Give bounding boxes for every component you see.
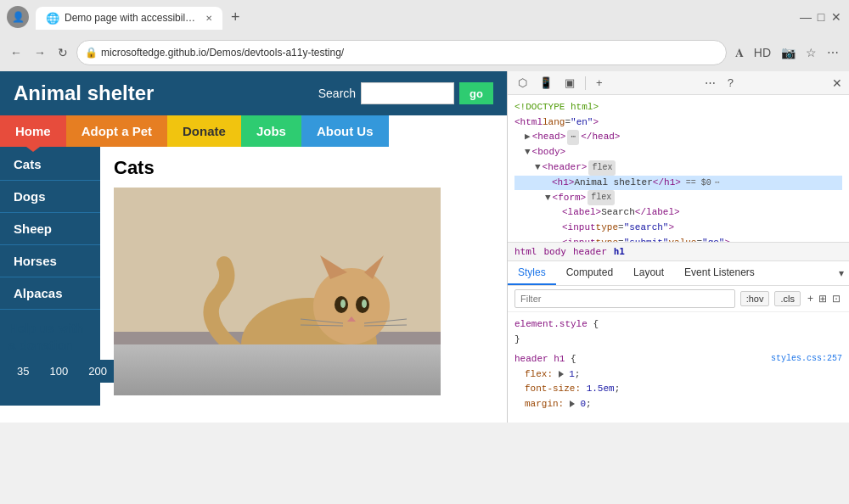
shelter-title: Animal shelter	[14, 81, 154, 105]
address-input[interactable]	[76, 40, 727, 65]
tab-styles[interactable]: Styles	[508, 261, 556, 285]
nav-donate[interactable]: Donate	[167, 115, 241, 147]
breadcrumb-body[interactable]: body	[544, 246, 567, 257]
close-button[interactable]: ✕	[830, 11, 842, 23]
page-title: Cats	[114, 157, 493, 179]
devtools-close-button[interactable]: ✕	[832, 76, 842, 90]
search-label: Search	[318, 87, 356, 100]
element-style-rule: element.style { }	[514, 317, 842, 347]
flex-prop: flex: 1;	[514, 367, 842, 383]
content-area: Cats Dogs Sheep Horses Alpacas Help us w…	[0, 147, 507, 406]
help-button[interactable]: ?	[724, 75, 737, 91]
tree-header[interactable]: ▼ <header> flex	[514, 160, 842, 176]
styles-content: element.style { } header h1 { styles.css…	[508, 312, 849, 423]
main-content: Cats	[100, 147, 507, 406]
tree-h1[interactable]: <h1>Animal shelter</h1> == $0 ⋯	[514, 176, 842, 191]
cls-filter-button[interactable]: .cls	[774, 291, 801, 306]
margin-expand[interactable]	[570, 400, 575, 407]
tree-label[interactable]: <label>Search</label>	[514, 205, 842, 221]
new-tab-button[interactable]: +	[224, 5, 247, 30]
devtools-toolbar: ⬡ 📱 ▣ + ⋯ ? ✕	[508, 71, 849, 95]
website-content: Animal shelter Search go Home Adopt a Pe…	[0, 71, 507, 423]
tab-computed[interactable]: Computed	[556, 261, 623, 285]
screenshot-button[interactable]: 📷	[778, 42, 799, 63]
sidebar-toggle[interactable]: ▣	[561, 75, 578, 91]
flex-expand[interactable]	[559, 371, 564, 378]
header-h1-selector: header h1 { styles.css:257	[514, 352, 842, 367]
inspect-button[interactable]: ⬡	[514, 75, 531, 91]
styles-link[interactable]: styles.css:257	[771, 352, 842, 366]
add-panel-button[interactable]: +	[593, 75, 606, 91]
active-tab[interactable]: 🌐 Demo page with accessibility issu ✕	[36, 7, 222, 30]
forward-button[interactable]: →	[31, 42, 49, 63]
svg-point-9	[362, 300, 367, 308]
add-style-rule-button[interactable]: +	[806, 291, 815, 306]
svg-point-8	[340, 300, 346, 308]
tab-title: Demo page with accessibility issu	[65, 12, 197, 24]
donation-100[interactable]: 100	[41, 360, 76, 383]
nav-about[interactable]: About Us	[301, 115, 389, 147]
title-bar: 👤 🌐 Demo page with accessibility issu ✕ …	[0, 0, 849, 34]
minimize-button[interactable]: —	[800, 11, 812, 23]
search-button[interactable]: go	[459, 82, 493, 104]
sidebar-item-horses[interactable]: Horses	[0, 245, 100, 277]
back-button[interactable]: ←	[7, 42, 25, 63]
donation-section: Help us with a donation 35 100 200	[0, 310, 100, 393]
nav-adopt[interactable]: Adopt a Pet	[66, 115, 167, 147]
svg-point-3	[313, 268, 390, 344]
separator	[585, 76, 586, 90]
doctype-text: <!DOCTYPE html>	[514, 100, 599, 115]
cat-svg	[114, 188, 441, 395]
devtools-panel: ⬡ 📱 ▣ + ⋯ ? ✕ <!DOCTYPE html> <html lang…	[507, 71, 849, 423]
profile-icon[interactable]: 👤	[7, 6, 29, 28]
address-wrapper: 🔒	[76, 40, 727, 65]
html-tree: <!DOCTYPE html> <html lang="en"> ▶ <head…	[508, 95, 849, 242]
element-style-close: }	[514, 333, 842, 348]
tree-body[interactable]: ▼ <body>	[514, 145, 842, 160]
tree-form[interactable]: ▼ <form> flex	[514, 190, 842, 205]
nav-bar: Home Adopt a Pet Donate Jobs About Us	[0, 115, 507, 147]
more-panels-button[interactable]: ⋯	[701, 75, 719, 91]
sidebar-item-dogs[interactable]: Dogs	[0, 181, 100, 213]
breadcrumb-header[interactable]: header	[573, 246, 607, 257]
main-layout: Animal shelter Search go Home Adopt a Pe…	[0, 71, 849, 423]
tab-layout[interactable]: Layout	[623, 261, 674, 285]
lock-icon: 🔒	[85, 47, 98, 59]
new-style-button[interactable]: ⊞	[817, 291, 829, 306]
donation-35[interactable]: 35	[8, 360, 37, 383]
search-input[interactable]	[361, 82, 454, 104]
element-style-selector: element.style {	[514, 317, 842, 333]
donation-buttons: 35 100 200	[8, 360, 92, 383]
tree-html[interactable]: <html lang="en">	[514, 115, 842, 131]
sidebar-item-cats[interactable]: Cats	[0, 148, 100, 181]
toolbar-icons: 𝐀 HD 📷 ☆ ⋯	[732, 42, 842, 64]
cat-image	[114, 188, 441, 395]
hd-button[interactable]: HD	[751, 42, 774, 63]
favorites-button[interactable]: ☆	[802, 42, 820, 63]
tree-input-search[interactable]: <input type="search">	[514, 221, 842, 236]
breadcrumb: html body header h1	[508, 242, 849, 261]
devtools-tabs: Styles Computed Layout Event Listeners ▾	[508, 261, 849, 286]
hover-filter-button[interactable]: :hov	[740, 291, 770, 306]
search-form: Search go	[318, 82, 493, 104]
breadcrumb-html[interactable]: html	[514, 246, 537, 257]
nav-jobs[interactable]: Jobs	[241, 115, 301, 147]
breadcrumb-h1[interactable]: h1	[614, 246, 625, 257]
nav-home[interactable]: Home	[0, 115, 66, 147]
tab-event-listeners[interactable]: Event Listeners	[674, 261, 765, 285]
more-style-button[interactable]: ⊡	[830, 291, 842, 306]
restore-button[interactable]: □	[815, 11, 827, 23]
shelter-header: Animal shelter Search go	[0, 71, 507, 115]
sidebar-item-alpacas[interactable]: Alpacas	[0, 277, 100, 310]
tree-input-submit[interactable]: <input type="submit" value="go">	[514, 236, 842, 242]
tab-close-button[interactable]: ✕	[205, 14, 212, 23]
read-aloud-button[interactable]: 𝐀	[732, 42, 747, 64]
refresh-button[interactable]: ↻	[54, 42, 71, 63]
device-button[interactable]: 📱	[536, 75, 556, 91]
sidebar-item-sheep[interactable]: Sheep	[0, 213, 100, 245]
more-tabs-button[interactable]: ▾	[834, 261, 849, 285]
more-button[interactable]: ⋯	[824, 42, 842, 63]
sidebar: Cats Dogs Sheep Horses Alpacas Help us w…	[0, 147, 100, 406]
tree-head[interactable]: ▶ <head> ⋯ </head>	[514, 130, 842, 145]
filter-input[interactable]	[514, 289, 735, 308]
